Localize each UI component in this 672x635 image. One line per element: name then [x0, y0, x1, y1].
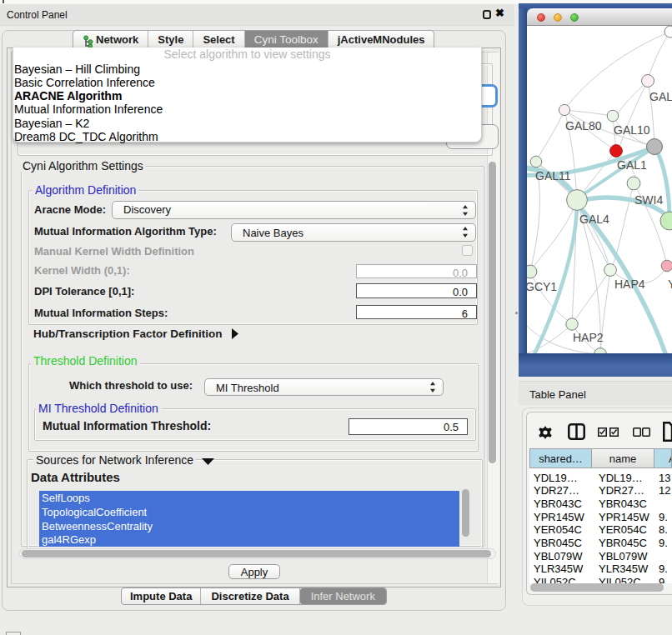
- svg-text:GAL10: GAL10: [614, 123, 650, 137]
- svg-text:GAL11: GAL11: [535, 169, 571, 182]
- svg-text:GAL4: GAL4: [579, 212, 609, 226]
- svg-text:GAL80: GAL80: [565, 119, 602, 132]
- svg-text:GAL: GAL: [649, 90, 672, 103]
- svg-text:SWI4: SWI4: [634, 193, 663, 207]
- svg-text:HAP4: HAP4: [614, 278, 645, 291]
- svg-text:GAL1: GAL1: [617, 158, 647, 172]
- svg-text:Y: Y: [668, 278, 672, 291]
- svg-text:GCY1: GCY1: [527, 280, 557, 293]
- svg-text:HAP2: HAP2: [573, 331, 604, 344]
